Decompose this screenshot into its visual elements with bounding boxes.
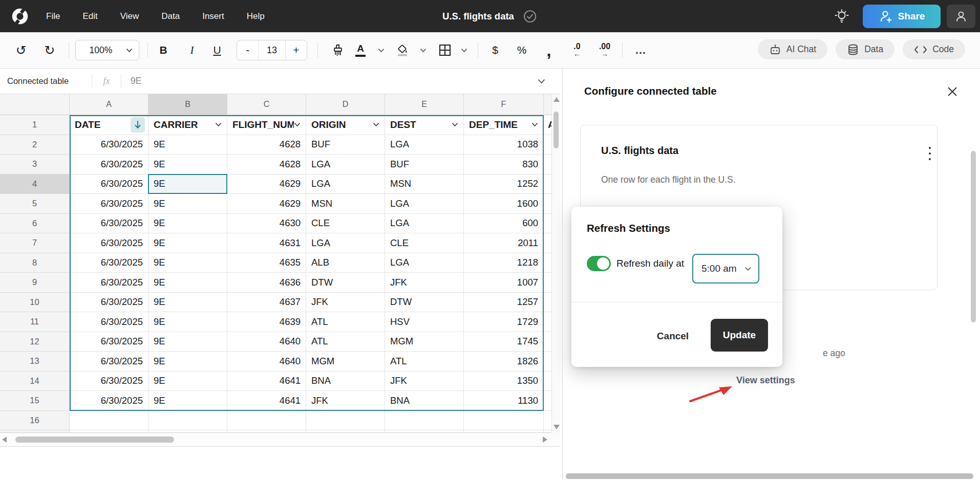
cell-A9[interactable]: 6/30/2025 [70, 273, 148, 293]
font-size-decrease-button[interactable]: - [237, 44, 258, 56]
cell-C8[interactable]: 4635 [227, 253, 306, 273]
data-panel-button[interactable]: Data [836, 39, 894, 59]
cell-E11[interactable]: HSV [385, 312, 464, 332]
formula-bar-expand-chevron[interactable] [538, 79, 545, 84]
cell-A3[interactable]: 6/30/2025 [70, 155, 148, 174]
panel-horizontal-scrollbar[interactable] [566, 473, 973, 479]
menu-edit[interactable]: Edit [82, 11, 97, 21]
percent-format-button[interactable]: % [513, 32, 530, 68]
cell-F10[interactable]: 1257 [464, 293, 544, 313]
column-filter-chevron[interactable] [373, 122, 379, 127]
app-logo-icon[interactable] [10, 7, 30, 26]
code-panel-button[interactable]: Code [903, 39, 965, 59]
cell-B15[interactable]: 9E [148, 391, 227, 411]
fill-color-button[interactable] [393, 32, 412, 68]
cell-A12[interactable]: 6/30/2025 [70, 332, 148, 352]
cell-C13[interactable]: 4640 [227, 352, 306, 372]
cell-A5[interactable]: 6/30/2025 [70, 194, 148, 214]
cell-B10[interactable]: 9E [148, 293, 227, 313]
scroll-left-arrow[interactable] [2, 437, 7, 443]
cell-E5[interactable]: LGA [385, 194, 464, 214]
grid-corner[interactable] [0, 94, 70, 115]
cell-C3[interactable]: 4628 [227, 155, 306, 174]
cell-B7[interactable]: 9E [148, 233, 227, 253]
scroll-up-arrow[interactable] [553, 97, 560, 102]
cell-F12[interactable]: 1745 [464, 332, 544, 352]
overflow-cell[interactable] [544, 155, 551, 174]
increase-decimal-button[interactable]: .00 → [595, 32, 614, 68]
paint-format-button[interactable] [329, 32, 348, 68]
cell-E15[interactable]: BNA [385, 391, 464, 411]
cell-A14[interactable]: 6/30/2025 [70, 372, 148, 391]
cell-C16[interactable] [227, 411, 306, 431]
cell-F6[interactable]: 600 [464, 214, 544, 234]
overflow-cell[interactable] [544, 411, 551, 431]
formula-input[interactable]: 9E [131, 76, 538, 86]
column-filter-chevron[interactable] [215, 122, 222, 127]
column-header-E[interactable]: E [385, 94, 464, 115]
cell-C9[interactable]: 4636 [227, 273, 306, 293]
cell-F13[interactable]: 1826 [464, 352, 544, 372]
overflow-cell[interactable]: ARR_TIME [544, 115, 551, 135]
text-color-button[interactable]: A [351, 32, 370, 68]
scroll-right-arrow[interactable] [543, 437, 547, 443]
cell-C12[interactable]: 4640 [227, 332, 306, 352]
column-filter-chevron[interactable] [531, 122, 538, 127]
cell-A16[interactable] [70, 411, 148, 431]
cell-B9[interactable]: 9E [148, 273, 227, 293]
column-header-A[interactable]: A [70, 94, 148, 115]
panel-vertical-scrollbar[interactable] [971, 151, 976, 322]
cell-D14[interactable]: BNA [306, 372, 385, 391]
cell-A10[interactable]: 6/30/2025 [70, 293, 148, 313]
cell-F9[interactable]: 1007 [464, 273, 544, 293]
row-header-6[interactable]: 6 [0, 214, 70, 234]
overflow-cell[interactable] [544, 273, 551, 293]
cell-A2[interactable]: 6/30/2025 [70, 135, 148, 155]
cell-C7[interactable]: 4631 [227, 233, 306, 253]
cell-E14[interactable]: JFK [385, 372, 464, 391]
row-header-14[interactable]: 14 [0, 372, 70, 391]
column-header-overflow[interactable] [544, 94, 551, 115]
cell-B16[interactable] [148, 411, 227, 431]
overflow-cell[interactable] [544, 391, 551, 411]
currency-format-button[interactable]: $ [486, 32, 504, 68]
row-header-16[interactable]: 16 [0, 411, 70, 431]
column-filter-chevron[interactable] [294, 122, 301, 127]
cell-B2[interactable]: 9E [148, 135, 227, 155]
cell-C15[interactable]: 4641 [227, 391, 306, 411]
menu-data[interactable]: Data [161, 11, 180, 21]
menu-view[interactable]: View [120, 11, 139, 21]
theme-lightbulb-icon[interactable] [833, 8, 850, 25]
cell-B12[interactable]: 9E [148, 332, 227, 352]
fill-color-dropdown-chevron[interactable] [420, 48, 427, 53]
overflow-cell[interactable] [544, 312, 551, 332]
cell-F2[interactable]: 1038 [464, 135, 544, 155]
menu-help[interactable]: Help [247, 11, 265, 21]
table-column-header-DEP_TIME[interactable]: DEP_TIME [464, 115, 544, 135]
cell-E10[interactable]: DTW [385, 293, 464, 313]
cell-D6[interactable]: CLE [306, 214, 385, 234]
cell-C14[interactable]: 4641 [227, 372, 306, 391]
column-filter-chevron[interactable] [452, 122, 458, 127]
cell-F14[interactable]: 1350 [464, 372, 544, 391]
cell-D4[interactable]: LGA [306, 174, 385, 194]
cell-A11[interactable]: 6/30/2025 [70, 312, 148, 332]
text-color-dropdown-chevron[interactable] [378, 48, 385, 53]
row-header-12[interactable]: 12 [0, 332, 70, 352]
column-header-F[interactable]: F [464, 94, 544, 115]
overflow-cell[interactable] [544, 332, 551, 352]
italic-button[interactable]: I [183, 32, 201, 68]
cell-D8[interactable]: ALB [306, 253, 385, 273]
cell-E13[interactable]: ATL [385, 352, 464, 372]
cell-E2[interactable]: LGA [385, 135, 464, 155]
document-title[interactable]: U.S. flights data [442, 11, 514, 22]
cancel-button[interactable]: Cancel [648, 325, 697, 347]
column-header-B[interactable]: B [148, 94, 227, 115]
refresh-time-select[interactable]: 5:00 am [692, 254, 759, 283]
share-button[interactable]: Share [863, 5, 941, 28]
more-formats-button[interactable]: … [631, 32, 650, 68]
cell-B6[interactable]: 9E [148, 214, 227, 234]
cell-D13[interactable]: MGM [306, 352, 385, 372]
overflow-cell[interactable] [544, 214, 551, 234]
cell-A4[interactable]: 6/30/2025 [70, 174, 148, 194]
